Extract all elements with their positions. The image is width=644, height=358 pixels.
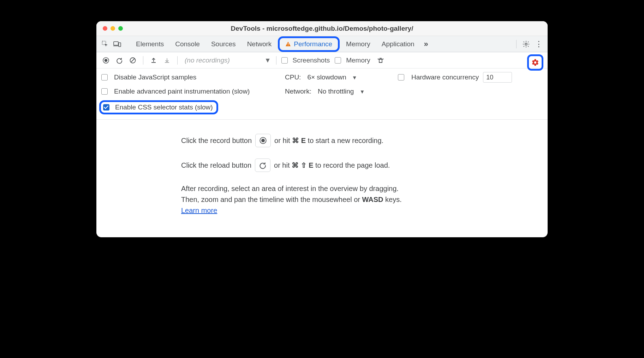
enable-paint-instrumentation-toggle[interactable]: Enable advanced paint instrumentation (s… <box>101 88 285 95</box>
divider <box>516 40 517 48</box>
tab-memory[interactable]: Memory <box>341 38 375 50</box>
checkbox-icon <box>101 88 108 95</box>
cpu-value: 6× slowdown <box>307 73 346 81</box>
reload-button-demo[interactable] <box>255 159 270 172</box>
divider <box>276 56 276 65</box>
clear-button[interactable] <box>127 55 138 66</box>
tab-performance-label: Performance <box>294 40 332 48</box>
checkbox-icon[interactable] <box>398 74 404 80</box>
hardware-concurrency-control: Hardware concurrency <box>398 72 543 83</box>
enable-css-selector-stats-highlight: Enable CSS selector stats (slow) <box>99 100 218 114</box>
svg-rect-1 <box>114 42 118 45</box>
tab-performance[interactable]: Performance <box>280 38 337 50</box>
more-options-icon[interactable]: ⋮ <box>533 39 544 49</box>
window-title: DevTools - microsoftedge.github.io/Demos… <box>96 25 548 32</box>
drag-instruction: After recording, select an area of inter… <box>181 183 449 216</box>
tab-elements[interactable]: Elements <box>131 38 169 50</box>
recordings-dropdown[interactable]: (no recordings) <box>185 56 230 64</box>
screenshots-label: Screenshots <box>293 56 330 64</box>
network-throttling-dropdown[interactable]: Network: No throttling ▼ <box>285 88 543 95</box>
record-button[interactable] <box>101 55 111 66</box>
tab-network[interactable]: Network <box>242 38 277 50</box>
enable-paint-label: Enable advanced paint instrumentation (s… <box>114 88 250 95</box>
dropdown-arrow-icon: ▼ <box>352 74 357 80</box>
devtools-window: DevTools - microsoftedge.github.io/Demos… <box>96 21 548 237</box>
screenshots-toggle[interactable]: Screenshots <box>281 56 330 64</box>
divider <box>177 56 178 65</box>
hardware-concurrency-input[interactable] <box>483 72 512 83</box>
panel-tabs: Elements Console Sources Network Perform… <box>96 36 548 52</box>
checkbox-checked-icon[interactable] <box>103 104 109 111</box>
svg-rect-2 <box>119 43 121 47</box>
svg-point-7 <box>105 59 108 62</box>
cpu-throttling-dropdown[interactable]: CPU: 6× slowdown ▼ <box>285 73 398 81</box>
reload-record-button[interactable] <box>114 55 125 66</box>
text: or hit ⌘ E to start a new recording. <box>274 135 383 146</box>
toggle-device-toolbar-icon[interactable] <box>112 39 123 49</box>
learn-more-link[interactable]: Learn more <box>181 207 217 214</box>
capture-settings-panel: Disable JavaScript samples CPU: 6× slowd… <box>96 68 548 120</box>
network-value: No throttling <box>318 88 354 95</box>
svg-rect-4 <box>288 45 289 46</box>
text: Click the record button <box>181 135 252 146</box>
text: Click the reload button <box>181 160 251 171</box>
capture-settings-gear-icon[interactable] <box>531 59 539 66</box>
hardware-concurrency-label: Hardware concurrency <box>411 73 479 81</box>
enable-css-stats-label: Enable CSS selector stats (slow) <box>115 103 213 111</box>
svg-point-10 <box>261 139 265 142</box>
titlebar: DevTools - microsoftedge.github.io/Demos… <box>96 21 548 36</box>
reload-instruction: Click the reload button or hit ⌘ ⇧ E to … <box>181 159 548 172</box>
disable-js-samples-toggle[interactable]: Disable JavaScript samples <box>101 73 285 81</box>
dropdown-arrow-icon: ▼ <box>359 89 365 95</box>
record-button-demo[interactable] <box>255 134 271 147</box>
disable-js-samples-label: Disable JavaScript samples <box>114 73 196 81</box>
tab-application[interactable]: Application <box>377 38 419 50</box>
inspect-element-icon[interactable] <box>100 39 111 49</box>
memory-label: Memory <box>346 56 370 64</box>
dropdown-arrow-icon[interactable]: ▼ <box>264 56 271 64</box>
more-tabs-icon[interactable]: » <box>421 39 431 49</box>
collect-garbage-icon[interactable] <box>375 55 386 66</box>
memory-toggle[interactable]: Memory <box>335 56 370 64</box>
text: or hit ⌘ ⇧ E to record the page load. <box>274 160 390 171</box>
checkbox-icon <box>335 57 341 64</box>
performance-toolbar: (no recordings) ▼ Screenshots Memory <box>96 52 548 68</box>
record-instruction: Click the record button or hit ⌘ E to st… <box>181 134 548 147</box>
tab-sources[interactable]: Sources <box>206 38 241 50</box>
download-profile-icon[interactable] <box>162 55 172 66</box>
svg-rect-3 <box>288 43 289 45</box>
tab-performance-highlight: Performance <box>278 36 340 52</box>
svg-point-5 <box>525 43 527 45</box>
network-label: Network: <box>285 88 311 95</box>
checkbox-icon <box>101 74 108 80</box>
settings-gear-icon[interactable] <box>521 39 531 49</box>
tab-console[interactable]: Console <box>170 38 205 50</box>
warning-icon <box>285 41 291 47</box>
upload-profile-icon[interactable] <box>148 55 159 66</box>
instructions-panel: Click the record button or hit ⌘ E to st… <box>96 120 548 237</box>
divider <box>143 56 143 65</box>
capture-settings-highlight <box>527 54 543 71</box>
cpu-label: CPU: <box>285 73 301 81</box>
checkbox-icon <box>281 57 288 64</box>
